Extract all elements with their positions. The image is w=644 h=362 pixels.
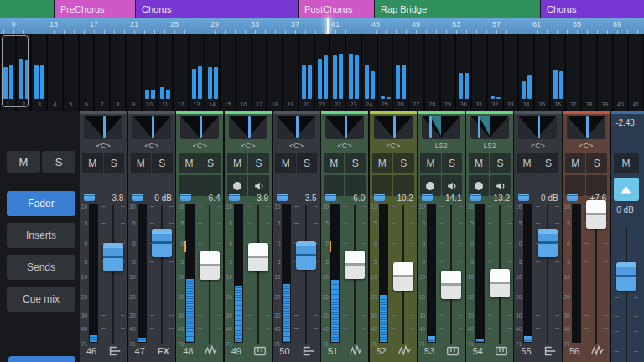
fader-track[interactable] [534, 194, 561, 339]
overview-channel[interactable]: 29 [441, 34, 455, 111]
fader-track[interactable] [100, 194, 127, 339]
overview-channel[interactable]: 11 [158, 34, 172, 111]
pan-control[interactable] [374, 116, 413, 139]
overview-channel[interactable]: 22 [330, 34, 345, 111]
fader-track[interactable] [196, 194, 223, 339]
overview-channel[interactable]: 27 [409, 34, 423, 111]
global-solo-button[interactable]: S [42, 151, 75, 173]
main-listen-button[interactable] [614, 178, 639, 201]
fader-handle[interactable] [296, 241, 316, 270]
overview-channel[interactable]: 32 [488, 34, 502, 111]
mute-button[interactable]: M [372, 153, 393, 173]
fader-track[interactable] [486, 194, 513, 339]
overview-channel[interactable]: 6 [80, 34, 94, 111]
pan-control[interactable] [325, 116, 364, 139]
solo-button[interactable]: S [393, 153, 414, 173]
fader-handle[interactable] [200, 251, 220, 280]
overview-channel[interactable]: 30 [456, 34, 470, 111]
overview-channel[interactable]: 3 [32, 34, 46, 111]
fader-handle[interactable] [441, 271, 461, 299]
overview-channel[interactable]: 41 [629, 34, 643, 111]
sidebar-bottom-tab[interactable] [8, 356, 75, 362]
overview-channel[interactable]: 8 [111, 34, 125, 111]
solo-button[interactable]: S [297, 153, 318, 173]
overview-channel[interactable]: 16 [236, 34, 251, 111]
pan-control[interactable] [277, 116, 315, 139]
pan-control[interactable] [132, 116, 171, 139]
sidebar-button-cuemix[interactable]: Cue mix [7, 287, 75, 312]
fader-handle[interactable] [393, 262, 413, 291]
pan-control[interactable] [422, 116, 460, 139]
overview-channel[interactable]: 14 [205, 34, 220, 111]
mute-button[interactable]: M [469, 153, 490, 173]
marker-segment[interactable]: Chorus [136, 0, 298, 18]
mute-button[interactable]: M [82, 153, 103, 173]
mute-button[interactable]: M [420, 153, 441, 173]
overview-channel[interactable]: 12 [174, 34, 188, 111]
pan-control[interactable] [518, 116, 557, 139]
overview-channel[interactable]: 39 [598, 34, 612, 111]
solo-button[interactable]: S [152, 153, 173, 173]
overview-channel[interactable]: 10 [143, 34, 157, 111]
main-fader-handle[interactable] [616, 262, 636, 291]
solo-button[interactable]: S [345, 153, 366, 173]
overview-channel[interactable]: 9 [127, 34, 141, 111]
overview-channel[interactable]: 33 [504, 34, 518, 111]
overview-channel[interactable]: 7 [95, 34, 109, 111]
fader-track[interactable] [148, 194, 175, 339]
main-mute-button[interactable]: M [614, 153, 639, 173]
pan-control[interactable] [84, 116, 122, 139]
overview-channel[interactable]: 5 [64, 34, 78, 111]
pan-control[interactable] [180, 116, 219, 139]
sidebar-button-inserts[interactable]: Inserts [7, 223, 75, 248]
channel-overview[interactable]: 1234567891011121314151617181920212223242… [0, 34, 644, 111]
solo-button[interactable]: S [490, 153, 511, 173]
marker-segment[interactable]: Rap Bridge [375, 0, 540, 18]
solo-button[interactable]: S [200, 153, 221, 173]
timeline-ruler[interactable]: 9131721252933374145495357616569 [0, 18, 644, 34]
solo-button[interactable]: S [248, 153, 269, 173]
marker-segment[interactable] [0, 0, 54, 18]
overview-channel[interactable]: 35 [535, 34, 549, 111]
pan-control[interactable] [470, 116, 509, 139]
overview-channel[interactable]: 13 [190, 34, 204, 111]
fader-track[interactable] [245, 194, 272, 339]
marker-segment[interactable]: PostChorus [299, 0, 374, 18]
sidebar-button-sends[interactable]: Sends [7, 255, 75, 280]
pan-control[interactable] [567, 116, 605, 139]
solo-button[interactable]: S [538, 153, 559, 173]
overview-channel[interactable]: 20 [299, 34, 314, 111]
mute-button[interactable]: M [179, 153, 200, 173]
mute-button[interactable]: M [275, 153, 296, 173]
solo-button[interactable]: S [442, 153, 463, 173]
solo-button[interactable]: S [104, 153, 125, 173]
marker-segment[interactable]: Chorus [541, 0, 644, 18]
overview-channel[interactable]: 18 [267, 34, 282, 111]
fader-track[interactable] [583, 194, 610, 339]
fader-track[interactable] [293, 194, 319, 339]
mute-button[interactable]: M [131, 153, 152, 173]
overview-channel[interactable]: 21 [315, 34, 330, 111]
overview-channel[interactable]: 37 [566, 34, 580, 111]
fader-track[interactable] [390, 194, 417, 339]
fader-handle[interactable] [248, 243, 268, 272]
mute-button[interactable]: M [565, 153, 586, 173]
overview-channel[interactable]: 28 [425, 34, 439, 111]
global-mute-button[interactable]: M [7, 151, 40, 173]
overview-channel[interactable]: 36 [551, 34, 565, 111]
overview-channel[interactable]: 40 [614, 34, 628, 111]
fader-handle[interactable] [345, 251, 365, 279]
mute-button[interactable]: M [517, 153, 538, 173]
overview-channel[interactable]: 24 [362, 34, 377, 111]
overview-channel[interactable]: 38 [582, 34, 596, 111]
fader-track[interactable] [341, 194, 368, 339]
fader-handle[interactable] [538, 229, 558, 257]
fader-handle[interactable] [586, 200, 606, 229]
overview-channel[interactable]: 15 [221, 34, 235, 111]
pan-control[interactable] [229, 116, 267, 139]
fader-handle[interactable] [103, 243, 123, 272]
overview-channel[interactable]: 34 [519, 34, 533, 111]
overview-channel[interactable]: 26 [393, 34, 408, 111]
playhead[interactable] [327, 18, 329, 34]
fader-handle[interactable] [152, 229, 172, 257]
